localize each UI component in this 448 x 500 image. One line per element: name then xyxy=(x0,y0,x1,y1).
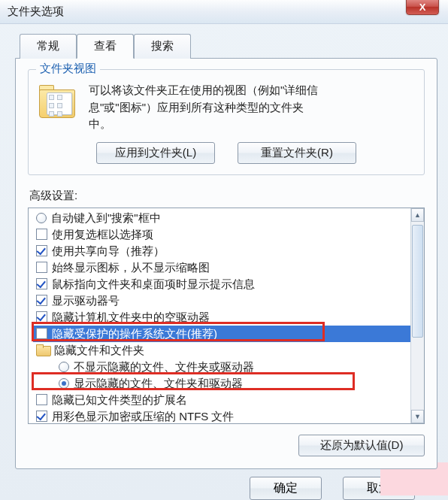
restore-defaults-button[interactable]: 还原为默认值(D) xyxy=(298,435,425,456)
opt-use-checkboxes[interactable]: 使用复选框以选择项 xyxy=(33,226,424,243)
opt-always-show-icons[interactable]: 始终显示图标，从不显示缩略图 xyxy=(33,259,424,276)
folder-icon xyxy=(36,344,50,356)
dialog-body: 常规 查看 搜索 文件夹视图 可以将该文件夹正在使用的视图（例如"详细信 息"或… xyxy=(0,24,448,500)
opt-hide-protected-os-files[interactable]: 隐藏受保护的操作系统文件(推荐) xyxy=(33,326,424,342)
group-hidden-files[interactable]: 隐藏文件和文件夹 xyxy=(33,342,424,359)
opt-sharing-wizard[interactable]: 使用共享向导（推荐） xyxy=(33,243,424,259)
scroll-up-button[interactable]: ▲ xyxy=(411,208,424,222)
tab-panel-view: 文件夹视图 可以将该文件夹正在使用的视图（例如"详细信 息"或"图标"）应用到所… xyxy=(15,58,437,469)
tab-search[interactable]: 搜索 xyxy=(134,34,191,59)
scroll-down-button[interactable]: ▼ xyxy=(411,410,424,423)
checkbox-icon xyxy=(36,394,47,405)
checkbox-icon xyxy=(36,311,47,323)
opt-dont-show-hidden[interactable]: 不显示隐藏的文件、文件夹或驱动器 xyxy=(33,359,424,375)
opt-show-drive-letters[interactable]: 显示驱动器号 xyxy=(33,292,424,309)
checkbox-icon xyxy=(36,295,47,306)
dialog-footer: 确定 取消 xyxy=(15,469,437,500)
scroll-thumb[interactable] xyxy=(412,225,423,338)
checkbox-icon xyxy=(36,328,47,339)
close-icon: X xyxy=(419,2,426,13)
tabstrip: 常规 查看 搜索 xyxy=(20,33,437,58)
opt-show-hidden[interactable]: 显示隐藏的文件、文件夹和驱动器 xyxy=(33,375,424,392)
opt-auto-type-search[interactable]: 自动键入到"搜索"框中 xyxy=(33,210,424,226)
checkbox-icon xyxy=(36,411,47,422)
folder-view-description: 可以将该文件夹正在使用的视图（例如"详细信 息"或"图标"）应用到所有这种类型的… xyxy=(89,82,318,133)
tab-general[interactable]: 常规 xyxy=(20,34,77,59)
opt-hide-extensions[interactable]: 隐藏已知文件类型的扩展名 xyxy=(33,392,424,408)
scroll-track[interactable] xyxy=(411,222,424,410)
radio-icon xyxy=(36,213,47,223)
advanced-label: 高级设置: xyxy=(29,189,425,203)
checkbox-icon xyxy=(36,245,47,256)
opt-show-tooltips[interactable]: 鼠标指向文件夹和桌面项时显示提示信息 xyxy=(33,276,424,292)
opt-color-ntfs[interactable]: 用彩色显示加密或压缩的 NTFS 文件 xyxy=(33,408,424,424)
folder-view-legend: 文件夹视图 xyxy=(36,62,100,76)
checkbox-icon xyxy=(36,229,47,240)
apply-to-folders-button[interactable]: 应用到文件夹(L) xyxy=(96,142,215,164)
radio-icon xyxy=(59,362,69,372)
checkbox-icon xyxy=(36,278,47,289)
titlebar: 文件夹选项 X xyxy=(0,0,448,24)
reset-folders-button[interactable]: 重置文件夹(R) xyxy=(238,142,356,164)
window-title: 文件夹选项 xyxy=(8,5,64,19)
folder-icon xyxy=(39,85,78,123)
scrollbar[interactable]: ▲ ▼ xyxy=(410,208,424,423)
ok-button[interactable]: 确定 xyxy=(250,477,322,500)
radio-icon xyxy=(59,378,69,389)
folder-view-group: 文件夹视图 可以将该文件夹正在使用的视图（例如"详细信 息"或"图标"）应用到所… xyxy=(28,69,425,175)
checkbox-icon xyxy=(36,262,47,273)
tab-view[interactable]: 查看 xyxy=(77,34,134,59)
advanced-settings-list[interactable]: 自动键入到"搜索"框中 使用复选框以选择项 使用共享向导（推荐） 始终显示图标，… xyxy=(28,208,425,424)
close-button[interactable]: X xyxy=(406,0,439,15)
opt-hide-empty-drives[interactable]: 隐藏计算机文件夹中的空驱动器 xyxy=(33,309,424,326)
